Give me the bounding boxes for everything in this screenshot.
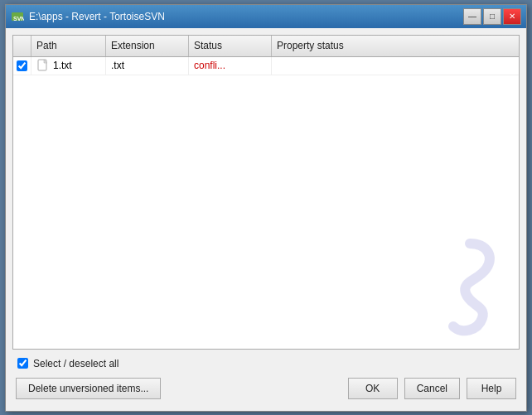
- col-property-status-header: Property status: [272, 36, 519, 56]
- table-header: Path Extension Status Property status: [13, 36, 519, 57]
- select-all-checkbox[interactable]: [17, 358, 28, 369]
- action-buttons: OK Cancel Help: [348, 378, 516, 399]
- col-status-header: Status: [189, 36, 272, 56]
- file-table: Path Extension Status Property status: [12, 35, 520, 350]
- select-all-row: Select / deselect all: [16, 355, 516, 373]
- col-path-header: Path: [31, 36, 106, 56]
- file-icon: [36, 59, 50, 72]
- table-wrapper: Path Extension Status Property status: [12, 35, 520, 350]
- table-row: 1.txt .txt confli...: [13, 57, 519, 75]
- maximize-button[interactable]: □: [483, 8, 501, 25]
- svg-text:SVN: SVN: [13, 16, 24, 22]
- row-extension: .txt: [111, 60, 124, 71]
- help-button[interactable]: Help: [467, 378, 516, 399]
- minimize-button[interactable]: —: [463, 8, 481, 25]
- select-all-label: Select / deselect all: [33, 358, 118, 369]
- row-extension-cell: .txt: [106, 57, 189, 75]
- cancel-button[interactable]: Cancel: [404, 378, 460, 399]
- close-button[interactable]: ✕: [503, 8, 521, 25]
- window-content: Path Extension Status Property status: [6, 28, 526, 411]
- file-svg-icon: [37, 59, 49, 72]
- row-property-status-cell: [272, 57, 519, 75]
- table-body: 1.txt .txt confli...: [13, 57, 519, 348]
- window-title: E:\apps - Revert - TortoiseSVN: [29, 11, 165, 22]
- ok-button[interactable]: OK: [348, 378, 398, 399]
- app-icon: SVN: [11, 10, 24, 23]
- row-checkbox-cell: [13, 57, 31, 75]
- col-extension-header: Extension: [106, 36, 189, 56]
- bottom-section: Select / deselect all Delete unversioned…: [12, 350, 520, 404]
- row-status-cell: confli...: [189, 57, 272, 75]
- row-checkbox[interactable]: [17, 60, 27, 71]
- title-bar: SVN E:\apps - Revert - TortoiseSVN — □ ✕: [6, 5, 526, 28]
- row-path-cell: 1.txt: [31, 57, 106, 75]
- title-buttons: — □ ✕: [463, 8, 521, 25]
- delete-unversioned-button[interactable]: Delete unversioned items...: [16, 378, 161, 399]
- main-window: SVN E:\apps - Revert - TortoiseSVN — □ ✕…: [5, 4, 527, 412]
- buttons-row: Delete unversioned items... OK Cancel He…: [16, 376, 516, 401]
- row-filename: 1.txt: [53, 60, 72, 71]
- title-bar-left: SVN E:\apps - Revert - TortoiseSVN: [11, 10, 165, 23]
- col-checkbox-header: [13, 36, 31, 56]
- row-status: confli...: [194, 60, 225, 71]
